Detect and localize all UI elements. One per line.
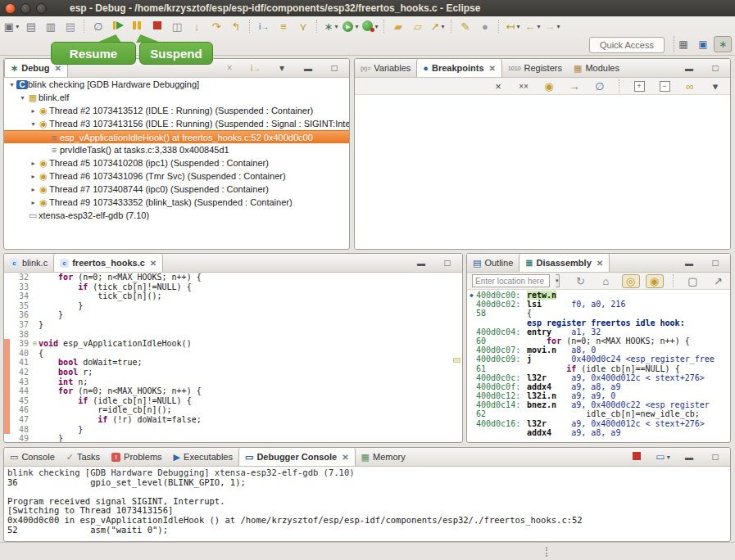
fold-marker-icon[interactable]: ⊖ (31, 339, 39, 349)
maximize-button[interactable]: □ (438, 255, 457, 271)
status-bar-handle[interactable] (546, 547, 547, 557)
expander-icon[interactable]: ▸ (29, 107, 38, 115)
location-dropdown-icon[interactable]: ▾ (556, 274, 560, 287)
collapse-all-button[interactable]: − (655, 79, 674, 93)
suspend-button[interactable] (128, 18, 147, 34)
sync-with-active-frame-button[interactable]: ◉ (646, 274, 664, 288)
last-edit-location-button[interactable]: ↤▾ (503, 18, 523, 34)
expander-icon[interactable]: ▸ (29, 186, 38, 193)
tab-freertos-hooks-c[interactable]: cfreertos_hooks.c✕ (53, 254, 163, 272)
tree-row[interactable]: ▸◉Thread #7 1073408744 (ipc0) (Suspended… (4, 183, 349, 196)
minimize-button[interactable]: ▬ (679, 449, 699, 465)
home-button[interactable]: ⌂ (597, 274, 616, 288)
tab-outline[interactable]: ▤Outline (467, 254, 519, 272)
code-editor[interactable]: 32 for (n=0; n<MAX_HOOKS; n++) {33 if (t… (4, 273, 462, 443)
tab-executables[interactable]: ▶Executables (168, 448, 238, 466)
step-return-button[interactable]: ↰ (226, 18, 246, 34)
pin-button[interactable]: ↗ (709, 274, 728, 288)
expander-icon[interactable]: ▾ (29, 120, 38, 128)
refresh-button[interactable]: ↻ (571, 274, 591, 288)
maximize-button[interactable]: □ (706, 60, 725, 76)
remove-all-terminated-button[interactable]: × (220, 60, 239, 76)
step-over-button[interactable]: ↷ (206, 18, 226, 34)
view-menu-button[interactable]: ▾ (272, 60, 292, 76)
window-minimize-button[interactable] (20, 3, 31, 14)
tree-row[interactable]: ▸◉Thread #9 1073433352 (blink_task) (Sus… (4, 196, 349, 209)
resume-button[interactable] (108, 18, 128, 34)
save-button[interactable]: ▤ (21, 18, 41, 34)
skip-all-button[interactable]: ∅ (590, 79, 610, 93)
expander-icon[interactable]: ▾ (7, 81, 16, 88)
tree-row[interactable]: ≡prvIdleTask() at tasks.c:3,338 0x400845… (4, 143, 349, 156)
debug-perspective-button[interactable]: ∗ (714, 36, 732, 52)
new-folder-button[interactable]: ▰ (388, 18, 408, 34)
open-new-view-button[interactable]: ▢ (683, 274, 703, 288)
expander-icon[interactable]: ▸ (29, 173, 38, 180)
tree-row[interactable]: ≡esp_vApplicationIdleHook() at freertos_… (4, 130, 349, 143)
show-supported-breakpoints-button[interactable]: ◉ (539, 79, 559, 93)
skip-all-breakpoints-button[interactable]: ∅ (88, 18, 108, 34)
expand-all-button[interactable]: + (629, 79, 649, 93)
maximize-button[interactable]: □ (706, 449, 725, 465)
location-input[interactable] (472, 274, 550, 287)
minimize-button[interactable]: ▬ (679, 255, 699, 271)
back-button[interactable]: ←▾ (523, 18, 542, 34)
tree-row[interactable]: ▸◉Thread #2 1073413512 (IDLE : Running) … (4, 104, 349, 117)
disassembly-listing[interactable]: ◆400d0c00:retw.n400d0c02:lsi f0, a0, 216… (467, 290, 730, 437)
console-output[interactable]: blink checking [GDB Hardware Debugging] … (4, 467, 730, 536)
forward-button[interactable]: →▾ (542, 18, 562, 34)
tree-row[interactable]: ▸◉Thread #5 1073410208 (ipc1) (Suspended… (4, 156, 349, 169)
go-to-file-button[interactable]: → (565, 79, 584, 93)
expander-icon[interactable]: ▾ (18, 94, 27, 102)
profile-button[interactable]: ▾ (361, 18, 380, 34)
close-icon[interactable]: ✕ (54, 64, 61, 73)
window-close-button[interactable] (5, 3, 16, 14)
external-tools-button[interactable]: ↗▾ (428, 18, 447, 34)
view-menu-button[interactable]: ▾ (706, 79, 725, 93)
tab-disassembly[interactable]: ≣Disassembly✕ (519, 254, 610, 272)
open-perspective-button[interactable]: ▦ (674, 36, 692, 52)
tree-row[interactable]: ▸◉Thread #6 1073431096 (Tmr Svc) (Suspen… (4, 169, 349, 183)
display-selected-console-button[interactable]: ▭▾ (653, 449, 673, 465)
remove-all-breakpoints-button[interactable]: ×× (514, 79, 533, 93)
show-source-button[interactable]: ◎ (622, 274, 640, 288)
open-folder-button[interactable]: ▱ (408, 18, 428, 34)
expander-icon[interactable]: ▸ (29, 160, 38, 167)
tab-memory[interactable]: ▦Memory (356, 448, 411, 466)
tab-registers[interactable]: 1010Registers (502, 59, 568, 77)
minimize-button[interactable]: ▬ (411, 255, 431, 271)
tab-debugger-console[interactable]: ▭Debugger Console✕ (238, 448, 356, 466)
tree-row[interactable]: ▾◉Thread #3 1073413156 (IDLE : Running) … (4, 117, 349, 130)
cpp-perspective-button[interactable]: ▣ (694, 36, 712, 52)
tab-tasks[interactable]: ✓Tasks (61, 448, 106, 466)
close-icon[interactable]: ✕ (150, 259, 157, 268)
window-maximize-button[interactable] (36, 3, 47, 14)
terminate-button[interactable] (147, 18, 167, 34)
expander-icon[interactable]: ▸ (29, 199, 38, 206)
use-step-filters-button[interactable]: ⋎ (293, 18, 313, 34)
link-with-debug-button[interactable]: ∞ (680, 79, 700, 93)
maximize-button[interactable]: □ (324, 60, 344, 76)
mark-occurrences-button[interactable]: ✎ (456, 18, 475, 34)
drop-to-frame-button[interactable]: ≡ (274, 18, 293, 34)
minimize-button[interactable]: ▬ (679, 60, 699, 76)
instruction-stepping-button[interactable]: i→ (254, 18, 274, 34)
step-into-button[interactable]: ↓ (187, 18, 206, 34)
close-icon[interactable]: ✕ (342, 453, 348, 462)
tab-blink-c[interactable]: cblink.c (4, 254, 53, 272)
save-all-button[interactable]: ▥ (41, 18, 61, 34)
annotation-ball-button[interactable]: ● (475, 18, 495, 34)
close-icon[interactable]: ✕ (489, 64, 496, 73)
new-wizard-button[interactable]: ▣▾ (2, 18, 21, 34)
instruction-stepping-mode-button[interactable]: i→ (246, 60, 265, 76)
close-icon[interactable]: ✕ (597, 259, 603, 268)
print-button[interactable]: ▤ (61, 18, 80, 34)
stop-button[interactable] (627, 449, 647, 465)
tree-row[interactable]: ▾Cblink checking [GDB Hardware Debugging… (4, 78, 349, 91)
quick-access-button[interactable]: Quick Access (589, 37, 665, 53)
tab-modules[interactable]: ▦Modules (568, 59, 625, 77)
debug-button[interactable]: ∗▾ (321, 18, 341, 34)
remove-breakpoint-button[interactable]: × (488, 79, 508, 93)
run-button[interactable]: ▶▾ (341, 18, 361, 34)
tab-console[interactable]: ▭Console (4, 448, 61, 466)
